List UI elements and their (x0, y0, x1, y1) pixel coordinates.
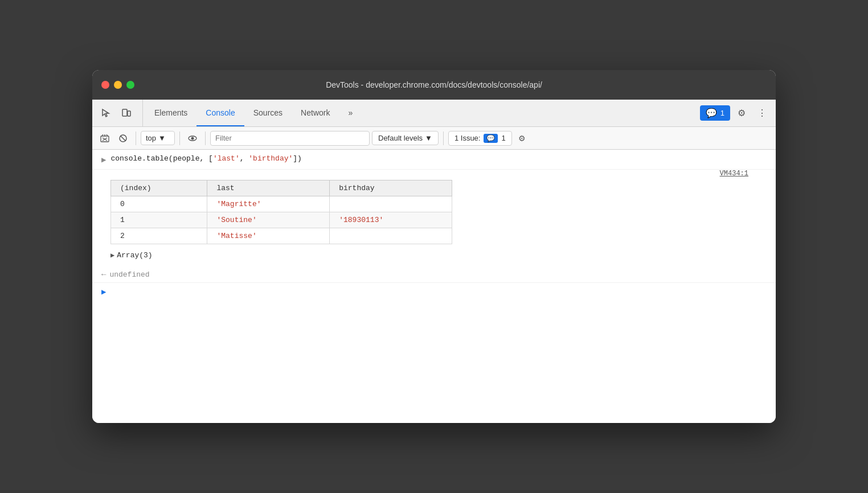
vm-link[interactable]: VM434:1 (720, 170, 758, 178)
minimize-button[interactable] (114, 81, 122, 89)
toolbar-divider-1 (136, 132, 136, 145)
svg-rect-0 (122, 109, 127, 116)
array-expandable[interactable]: ▶ Array(3) (110, 249, 767, 262)
device-icon (121, 108, 132, 118)
context-selector[interactable]: top ▼ (141, 131, 175, 145)
eye-button[interactable] (185, 130, 200, 146)
table-cell-last: 'Matisse' (207, 228, 330, 244)
filter-input[interactable] (210, 131, 370, 146)
more-options-button[interactable]: ⋮ (753, 104, 771, 122)
tab-elements[interactable]: Elements (145, 100, 196, 126)
console-input-line: ▶ console.table(people, ['last', 'birthd… (92, 150, 776, 170)
close-button[interactable] (101, 81, 109, 89)
array-label: Array(3) (117, 251, 152, 260)
table-cell-index: 0 (111, 196, 207, 212)
str-birthday: 'birthday' (248, 154, 293, 163)
settings-button[interactable]: ⚙ (732, 104, 751, 122)
log-levels-arrow: ▼ (425, 134, 432, 142)
console-settings-button[interactable]: ⚙ (514, 130, 530, 146)
maximize-button[interactable] (126, 81, 134, 89)
device-toolbar-button[interactable] (117, 104, 136, 122)
eye-icon (188, 134, 197, 143)
console-repl-input[interactable] (110, 287, 767, 296)
vm-link-line: VM434:1 (110, 170, 767, 178)
expand-chevron[interactable]: ▶ (101, 155, 106, 165)
log-levels-selector[interactable]: Default levels ▼ (372, 131, 439, 145)
block-button[interactable] (115, 130, 131, 146)
cursor-line: ▶ (92, 282, 776, 300)
tab-console[interactable]: Console (196, 100, 244, 126)
tab-network[interactable]: Network (292, 100, 339, 126)
input-chevron: ▶ (101, 287, 106, 297)
table-header-birthday: birthday (330, 180, 452, 196)
console-command: console.table(people, ['last', 'birthday… (110, 154, 301, 163)
svg-point-11 (191, 137, 194, 139)
traffic-lights (101, 81, 134, 89)
tab-sources[interactable]: Sources (244, 100, 292, 126)
tabs: Elements Console Sources Network » (145, 100, 700, 126)
window-title: DevTools - developer.chrome.com/docs/dev… (326, 80, 542, 89)
block-icon (118, 134, 128, 143)
issue-prefix: 1 Issue: (455, 134, 481, 142)
issues-badge-button[interactable]: 💬 1 (700, 105, 730, 121)
log-levels-label: Default levels (378, 134, 423, 142)
issue-icon: 💬 (484, 134, 498, 143)
svg-line-9 (121, 135, 126, 141)
tabbar: Elements Console Sources Network » 💬 1 ⚙… (92, 100, 776, 127)
table-cell-index: 2 (111, 228, 207, 244)
inspect-element-button[interactable] (97, 104, 115, 122)
tabbar-tools (97, 100, 143, 126)
tabbar-right: 💬 1 ⚙ ⋮ (700, 100, 771, 126)
table-cell-birthday: '18930113' (330, 212, 452, 228)
table-header-index: (index) (111, 180, 207, 196)
cursor-icon (101, 108, 111, 118)
toolbar-divider-2 (179, 132, 180, 145)
tab-more[interactable]: » (339, 100, 362, 126)
context-label: top (146, 134, 156, 142)
clear-icon (100, 134, 109, 143)
chat-icon: 💬 (706, 108, 717, 118)
output-area: VM434:1 (index) last birthday 0'Magritte… (92, 170, 776, 266)
toolbar-divider-4 (443, 132, 444, 145)
undefined-value: undefined (109, 270, 149, 279)
table-cell-birthday (330, 228, 452, 244)
issue-count: 1 (501, 134, 505, 142)
svg-rect-1 (128, 111, 130, 116)
table-cell-index: 1 (111, 212, 207, 228)
titlebar: DevTools - developer.chrome.com/docs/dev… (92, 70, 776, 100)
str-last: 'last' (213, 154, 240, 163)
issues-count: 1 (720, 109, 724, 117)
table-cell-last: 'Soutine' (207, 212, 330, 228)
triangle-icon: ▶ (110, 251, 114, 260)
undefined-line: ← undefined (92, 266, 776, 282)
issue-button[interactable]: 1 Issue: 💬 1 (448, 131, 512, 146)
console-table: (index) last birthday 0'Magritte'1'Souti… (110, 180, 452, 244)
clear-console-button[interactable] (97, 130, 113, 146)
table-cell-last: 'Magritte' (207, 196, 330, 212)
table-cell-birthday (330, 196, 452, 212)
left-arrow-icon: ← (101, 270, 106, 279)
dropdown-arrow: ▼ (158, 134, 166, 142)
console-toolbar: top ▼ Default levels ▼ 1 Issue: 💬 1 ⚙ (92, 127, 776, 150)
table-header-last: last (207, 180, 330, 196)
devtools-window: DevTools - developer.chrome.com/docs/dev… (92, 70, 776, 423)
toolbar-divider-3 (205, 132, 206, 145)
console-content: ▶ console.table(people, ['last', 'birthd… (92, 150, 776, 423)
